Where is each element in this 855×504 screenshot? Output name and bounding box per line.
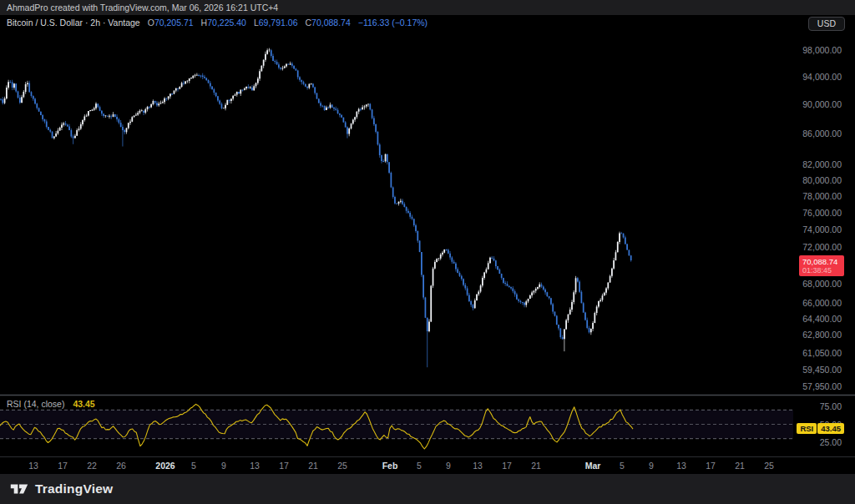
tradingview-brand-text: TradingView bbox=[35, 481, 113, 496]
price-tick: 61,050.00 bbox=[802, 348, 842, 358]
close-key: C bbox=[305, 18, 311, 28]
time-tick: 17 bbox=[502, 461, 512, 471]
price-tick: 64,400.00 bbox=[802, 314, 842, 324]
ohlc-close: C70,088.74 bbox=[305, 18, 350, 28]
time-tick: 5 bbox=[191, 461, 196, 471]
ohlc-open: O70,205.71 bbox=[148, 18, 194, 28]
rsi-tick: 75.00 bbox=[820, 401, 842, 411]
price-tick: 98,000.00 bbox=[802, 45, 842, 55]
time-tick: 25 bbox=[337, 461, 347, 471]
time-tick: Feb bbox=[382, 461, 398, 471]
tradingview-logo-link[interactable]: TradingView bbox=[10, 481, 113, 496]
symbol-title[interactable]: Bitcoin / U.S. Dollar · 2h · Vantage bbox=[7, 18, 140, 28]
time-tick: 17 bbox=[58, 461, 68, 471]
currency-toggle-button[interactable]: USD bbox=[808, 17, 845, 31]
time-tick: 13 bbox=[28, 461, 38, 471]
price-tick: 74,000.00 bbox=[802, 224, 842, 234]
price-tick: 66,000.00 bbox=[802, 298, 842, 308]
price-tick: 57,950.00 bbox=[802, 381, 842, 391]
symbol-legend: Bitcoin / U.S. Dollar · 2h · Vantage O70… bbox=[7, 18, 428, 28]
price-tick: 62,800.00 bbox=[802, 330, 842, 340]
time-tick: 21 bbox=[308, 461, 318, 471]
open-value: 70,205.71 bbox=[154, 18, 194, 28]
time-tick: 5 bbox=[417, 461, 422, 471]
rsi-badge-value: 43.45 bbox=[817, 423, 844, 434]
rsi-pane[interactable] bbox=[0, 396, 793, 456]
tradingview-chart-window: AhmadPro created with TradingView.com, M… bbox=[0, 0, 855, 504]
price-tick: 78,000.00 bbox=[802, 191, 842, 201]
rsi-indicator-legend[interactable]: RSI (14, close) 43.45 bbox=[7, 399, 95, 409]
high-value: 70,225.40 bbox=[207, 18, 246, 28]
price-tick: 59,450.00 bbox=[802, 365, 842, 375]
time-tick: 5 bbox=[620, 461, 625, 471]
tradingview-logo-icon bbox=[10, 482, 28, 496]
price-tick: 86,000.00 bbox=[802, 129, 842, 139]
price-tick: 80,000.00 bbox=[802, 175, 842, 185]
ohlc-high: H70,225.40 bbox=[201, 18, 246, 28]
time-tick: 9 bbox=[649, 461, 654, 471]
time-tick: Mar bbox=[585, 461, 601, 471]
time-tick: 22 bbox=[87, 461, 97, 471]
footer-bar: TradingView bbox=[0, 474, 855, 504]
time-tick: 13 bbox=[250, 461, 260, 471]
close-value: 70,088.74 bbox=[311, 18, 351, 28]
time-tick: 9 bbox=[446, 461, 451, 471]
rsi-indicator-value: 43.45 bbox=[73, 399, 94, 409]
time-tick: 13 bbox=[676, 461, 686, 471]
time-tick: 2026 bbox=[155, 461, 175, 471]
rsi-badge-label: RSI bbox=[797, 423, 817, 434]
rsi-axis-badge: RSI 43.45 bbox=[797, 423, 844, 434]
price-tick: 72,000.00 bbox=[802, 242, 842, 252]
price-tick: 90,000.00 bbox=[802, 99, 842, 109]
time-tick: 17 bbox=[706, 461, 716, 471]
time-tick: 21 bbox=[531, 461, 541, 471]
rsi-tick: 25.00 bbox=[820, 437, 842, 447]
time-tick: 9 bbox=[221, 461, 226, 471]
attribution-bar: AhmadPro created with TradingView.com, M… bbox=[0, 0, 855, 15]
price-change: −116.33 (−0.17%) bbox=[358, 18, 428, 28]
price-tick: 76,000.00 bbox=[802, 208, 842, 218]
last-price-label[interactable]: 70,088.74 01:38:45 bbox=[799, 255, 844, 276]
low-value: 69,791.06 bbox=[259, 18, 298, 28]
time-tick: 21 bbox=[735, 461, 745, 471]
time-tick: 25 bbox=[764, 461, 774, 471]
attribution-text: AhmadPro created with TradingView.com, M… bbox=[7, 3, 278, 13]
last-price-value: 70,088.74 bbox=[802, 257, 842, 266]
main-chart-pane[interactable] bbox=[0, 15, 793, 396]
rsi-indicator-name: RSI (14, close) bbox=[7, 399, 64, 409]
open-key: O bbox=[148, 18, 154, 28]
price-tick: 94,000.00 bbox=[802, 72, 842, 82]
price-tick: 68,000.00 bbox=[802, 279, 842, 289]
bar-countdown: 01:38:45 bbox=[802, 266, 842, 275]
time-tick: 13 bbox=[473, 461, 483, 471]
time-tick: 17 bbox=[279, 461, 289, 471]
ohlc-low: L69,791.06 bbox=[254, 18, 298, 28]
price-tick: 82,000.00 bbox=[802, 159, 842, 169]
time-tick: 26 bbox=[116, 461, 126, 471]
